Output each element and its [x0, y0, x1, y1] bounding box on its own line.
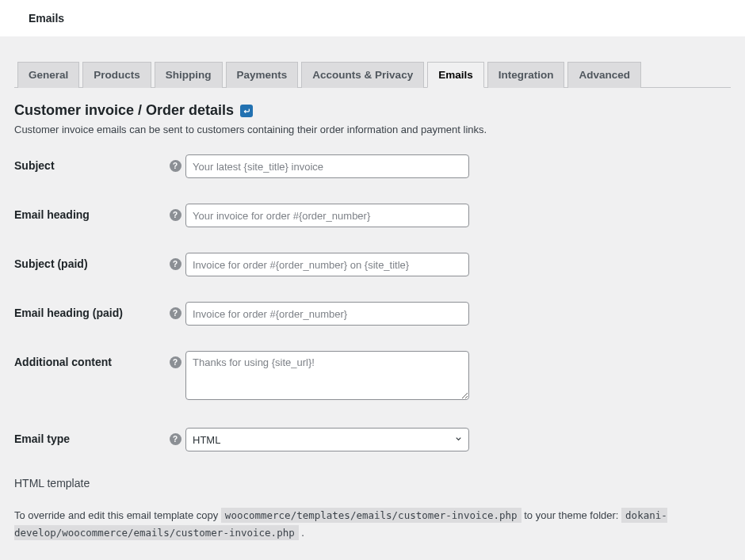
settings-tabs: General Products Shipping Payments Accou…	[14, 52, 731, 88]
row-email-heading-paid: Email heading (paid) ?	[14, 302, 731, 326]
row-email-heading: Email heading ?	[14, 204, 731, 227]
email-heading-input[interactable]	[185, 204, 469, 227]
tab-general[interactable]: General	[17, 62, 79, 88]
subject-paid-input[interactable]	[185, 253, 469, 276]
help-icon[interactable]: ?	[165, 253, 185, 270]
help-icon[interactable]: ?	[165, 154, 185, 172]
label-additional-content: Additional content	[14, 351, 165, 368]
tab-integration[interactable]: Integration	[487, 62, 565, 88]
page-title: Emails	[29, 12, 64, 25]
email-heading-paid-input[interactable]	[185, 302, 469, 326]
label-email-heading: Email heading	[14, 204, 165, 221]
template-text-mid: to your theme folder:	[522, 509, 621, 521]
additional-content-textarea[interactable]	[185, 351, 469, 400]
template-text-after: .	[299, 527, 304, 539]
subject-input[interactable]	[185, 154, 469, 178]
help-icon[interactable]: ?	[165, 428, 185, 445]
tab-accounts-privacy[interactable]: Accounts & Privacy	[301, 62, 424, 88]
label-email-heading-paid: Email heading (paid)	[14, 302, 165, 319]
tab-shipping[interactable]: Shipping	[155, 62, 223, 88]
label-subject-paid: Subject (paid)	[14, 253, 165, 270]
tab-products[interactable]: Products	[82, 62, 151, 88]
section-heading: Customer invoice / Order details	[14, 102, 731, 119]
help-icon[interactable]: ?	[165, 302, 185, 319]
return-icon[interactable]	[240, 105, 253, 117]
top-bar: Emails	[0, 0, 745, 36]
tab-payments[interactable]: Payments	[226, 62, 299, 88]
label-subject: Subject	[14, 154, 165, 172]
template-text-before: To override and edit this email template…	[14, 509, 221, 521]
html-template-text: To override and edit this email template…	[14, 507, 731, 542]
html-template-subheading: HTML template	[14, 477, 731, 490]
template-source-path: woocommerce/templates/emails/customer-in…	[221, 508, 522, 523]
section-description: Customer invoice emails can be sent to c…	[14, 124, 731, 135]
row-subject-paid: Subject (paid) ?	[14, 253, 731, 276]
tab-advanced[interactable]: Advanced	[567, 62, 641, 88]
main-content: General Products Shipping Payments Accou…	[0, 36, 745, 560]
row-email-type: Email type ? HTML	[14, 428, 731, 451]
row-subject: Subject ?	[14, 154, 731, 178]
tab-emails[interactable]: Emails	[427, 62, 484, 88]
help-icon[interactable]: ?	[165, 204, 185, 221]
label-email-type: Email type	[14, 428, 165, 445]
email-type-select[interactable]: HTML	[185, 428, 469, 451]
row-additional-content: Additional content ?	[14, 351, 731, 402]
section-heading-text: Customer invoice / Order details	[14, 102, 234, 119]
help-icon[interactable]: ?	[165, 351, 185, 368]
